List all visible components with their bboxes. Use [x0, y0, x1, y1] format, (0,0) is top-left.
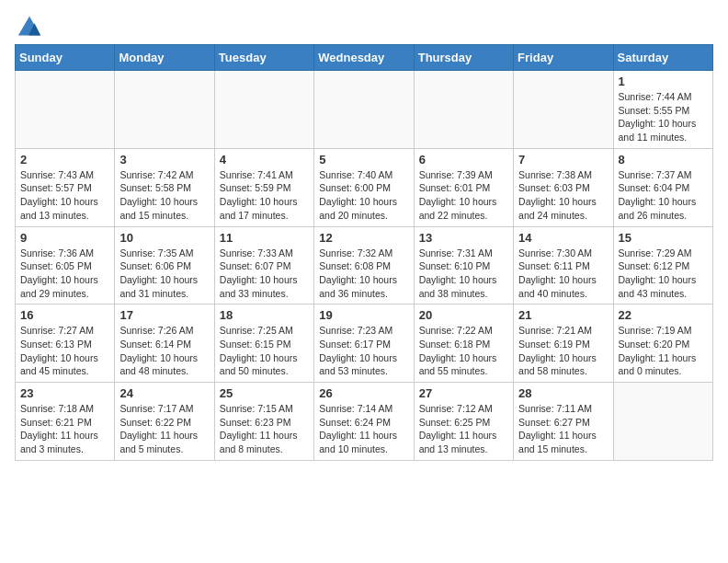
- calendar-cell: 24Sunrise: 7:17 AM Sunset: 6:22 PM Dayli…: [115, 383, 214, 461]
- calendar-cell: 7Sunrise: 7:38 AM Sunset: 6:03 PM Daylig…: [514, 148, 613, 226]
- day-info: Sunrise: 7:17 AM Sunset: 6:22 PM Dayligh…: [119, 402, 209, 456]
- calendar-cell: [16, 71, 115, 149]
- day-number: 22: [619, 308, 708, 322]
- day-number: 21: [518, 308, 608, 322]
- calendar-cell: 22Sunrise: 7:19 AM Sunset: 6:20 PM Dayli…: [613, 304, 712, 383]
- day-number: 18: [220, 308, 309, 322]
- header-thursday: Thursday: [414, 45, 513, 71]
- day-number: 13: [419, 231, 508, 245]
- calendar-cell: 10Sunrise: 7:35 AM Sunset: 6:06 PM Dayli…: [115, 226, 214, 304]
- header-sunday: Sunday: [16, 45, 115, 71]
- calendar-cell: 8Sunrise: 7:37 AM Sunset: 6:04 PM Daylig…: [613, 148, 712, 226]
- day-info: Sunrise: 7:19 AM Sunset: 6:20 PM Dayligh…: [619, 324, 708, 378]
- calendar-cell: 15Sunrise: 7:29 AM Sunset: 6:12 PM Dayli…: [613, 226, 712, 304]
- day-info: Sunrise: 7:36 AM Sunset: 6:05 PM Dayligh…: [20, 247, 109, 301]
- day-number: 11: [220, 231, 309, 245]
- day-number: 19: [319, 308, 408, 322]
- day-info: Sunrise: 7:22 AM Sunset: 6:18 PM Dayligh…: [419, 324, 508, 378]
- day-info: Sunrise: 7:35 AM Sunset: 6:06 PM Dayligh…: [119, 247, 209, 301]
- calendar-cell: 27Sunrise: 7:12 AM Sunset: 6:25 PM Dayli…: [414, 383, 513, 461]
- day-info: Sunrise: 7:41 AM Sunset: 5:59 PM Dayligh…: [220, 168, 309, 223]
- calendar-cell: 4Sunrise: 7:41 AM Sunset: 5:59 PM Daylig…: [214, 148, 313, 226]
- day-info: Sunrise: 7:14 AM Sunset: 6:24 PM Dayligh…: [319, 402, 408, 456]
- header-wednesday: Wednesday: [314, 45, 414, 71]
- day-info: Sunrise: 7:37 AM Sunset: 6:04 PM Dayligh…: [619, 168, 708, 223]
- day-info: Sunrise: 7:23 AM Sunset: 6:17 PM Dayligh…: [319, 324, 408, 378]
- calendar-cell: 23Sunrise: 7:18 AM Sunset: 6:21 PM Dayli…: [16, 383, 115, 461]
- calendar-cell: 17Sunrise: 7:26 AM Sunset: 6:14 PM Dayli…: [115, 304, 214, 383]
- calendar-cell: 5Sunrise: 7:40 AM Sunset: 6:00 PM Daylig…: [314, 148, 414, 226]
- day-number: 3: [119, 153, 209, 167]
- day-number: 23: [20, 386, 109, 400]
- day-info: Sunrise: 7:40 AM Sunset: 6:00 PM Dayligh…: [319, 168, 408, 223]
- calendar-cell: 6Sunrise: 7:39 AM Sunset: 6:01 PM Daylig…: [414, 148, 513, 226]
- logo-icon: [17, 15, 42, 40]
- calendar-cell: 21Sunrise: 7:21 AM Sunset: 6:19 PM Dayli…: [514, 304, 613, 383]
- day-number: 24: [119, 386, 209, 400]
- day-number: 9: [20, 231, 109, 245]
- day-number: 14: [518, 231, 608, 245]
- day-number: 2: [20, 153, 109, 167]
- calendar-cell: [613, 383, 712, 461]
- calendar-header-row: SundayMondayTuesdayWednesdayThursdayFrid…: [16, 45, 713, 71]
- day-info: Sunrise: 7:29 AM Sunset: 6:12 PM Dayligh…: [619, 247, 708, 301]
- calendar-cell: 11Sunrise: 7:33 AM Sunset: 6:07 PM Dayli…: [214, 226, 313, 304]
- day-info: Sunrise: 7:21 AM Sunset: 6:19 PM Dayligh…: [518, 324, 608, 378]
- calendar-cell: [414, 71, 513, 149]
- day-info: Sunrise: 7:31 AM Sunset: 6:10 PM Dayligh…: [419, 247, 508, 301]
- calendar-cell: [214, 71, 313, 149]
- day-info: Sunrise: 7:38 AM Sunset: 6:03 PM Dayligh…: [518, 168, 608, 223]
- day-number: 26: [319, 386, 408, 400]
- calendar-cell: 18Sunrise: 7:25 AM Sunset: 6:15 PM Dayli…: [214, 304, 313, 383]
- day-number: 28: [518, 386, 608, 400]
- calendar-week-2: 2Sunrise: 7:43 AM Sunset: 5:57 PM Daylig…: [16, 148, 713, 226]
- day-info: Sunrise: 7:43 AM Sunset: 5:57 PM Dayligh…: [20, 168, 109, 223]
- day-number: 7: [518, 153, 608, 167]
- calendar-week-5: 23Sunrise: 7:18 AM Sunset: 6:21 PM Dayli…: [16, 383, 713, 461]
- day-number: 10: [119, 231, 209, 245]
- calendar-week-4: 16Sunrise: 7:27 AM Sunset: 6:13 PM Dayli…: [16, 304, 713, 383]
- calendar-cell: 16Sunrise: 7:27 AM Sunset: 6:13 PM Dayli…: [16, 304, 115, 383]
- calendar-cell: 12Sunrise: 7:32 AM Sunset: 6:08 PM Dayli…: [314, 226, 414, 304]
- calendar-cell: 1Sunrise: 7:44 AM Sunset: 5:55 PM Daylig…: [613, 71, 712, 149]
- day-number: 4: [220, 153, 309, 167]
- calendar-cell: 25Sunrise: 7:15 AM Sunset: 6:23 PM Dayli…: [214, 383, 313, 461]
- day-info: Sunrise: 7:25 AM Sunset: 6:15 PM Dayligh…: [220, 324, 309, 378]
- day-number: 6: [419, 153, 508, 167]
- day-number: 25: [220, 386, 309, 400]
- logo: [15, 15, 42, 37]
- day-number: 20: [419, 308, 508, 322]
- day-info: Sunrise: 7:12 AM Sunset: 6:25 PM Dayligh…: [419, 402, 508, 456]
- day-number: 8: [619, 153, 708, 167]
- calendar-cell: 3Sunrise: 7:42 AM Sunset: 5:58 PM Daylig…: [115, 148, 214, 226]
- header-friday: Friday: [514, 45, 613, 71]
- day-number: 16: [20, 308, 109, 322]
- day-info: Sunrise: 7:32 AM Sunset: 6:08 PM Dayligh…: [319, 247, 408, 301]
- calendar-cell: 14Sunrise: 7:30 AM Sunset: 6:11 PM Dayli…: [514, 226, 613, 304]
- calendar-cell: 13Sunrise: 7:31 AM Sunset: 6:10 PM Dayli…: [414, 226, 513, 304]
- header-tuesday: Tuesday: [214, 45, 313, 71]
- calendar-cell: 9Sunrise: 7:36 AM Sunset: 6:05 PM Daylig…: [16, 226, 115, 304]
- page-header: [15, 15, 713, 37]
- day-number: 15: [619, 231, 708, 245]
- day-info: Sunrise: 7:26 AM Sunset: 6:14 PM Dayligh…: [119, 324, 209, 378]
- header-saturday: Saturday: [613, 45, 712, 71]
- day-info: Sunrise: 7:33 AM Sunset: 6:07 PM Dayligh…: [220, 247, 309, 301]
- calendar-cell: 20Sunrise: 7:22 AM Sunset: 6:18 PM Dayli…: [414, 304, 513, 383]
- day-info: Sunrise: 7:30 AM Sunset: 6:11 PM Dayligh…: [518, 247, 608, 301]
- day-number: 12: [319, 231, 408, 245]
- day-info: Sunrise: 7:15 AM Sunset: 6:23 PM Dayligh…: [220, 402, 309, 456]
- calendar-cell: 26Sunrise: 7:14 AM Sunset: 6:24 PM Dayli…: [314, 383, 414, 461]
- calendar-cell: 2Sunrise: 7:43 AM Sunset: 5:57 PM Daylig…: [16, 148, 115, 226]
- calendar-cell: [115, 71, 214, 149]
- calendar-cell: 19Sunrise: 7:23 AM Sunset: 6:17 PM Dayli…: [314, 304, 414, 383]
- day-number: 17: [119, 308, 209, 322]
- day-info: Sunrise: 7:42 AM Sunset: 5:58 PM Dayligh…: [119, 168, 209, 223]
- day-number: 27: [419, 386, 508, 400]
- calendar-table: SundayMondayTuesdayWednesdayThursdayFrid…: [15, 44, 713, 461]
- day-info: Sunrise: 7:44 AM Sunset: 5:55 PM Dayligh…: [619, 90, 708, 144]
- calendar-cell: [514, 71, 613, 149]
- day-info: Sunrise: 7:18 AM Sunset: 6:21 PM Dayligh…: [20, 402, 109, 456]
- day-number: 5: [319, 153, 408, 167]
- calendar-cell: [314, 71, 414, 149]
